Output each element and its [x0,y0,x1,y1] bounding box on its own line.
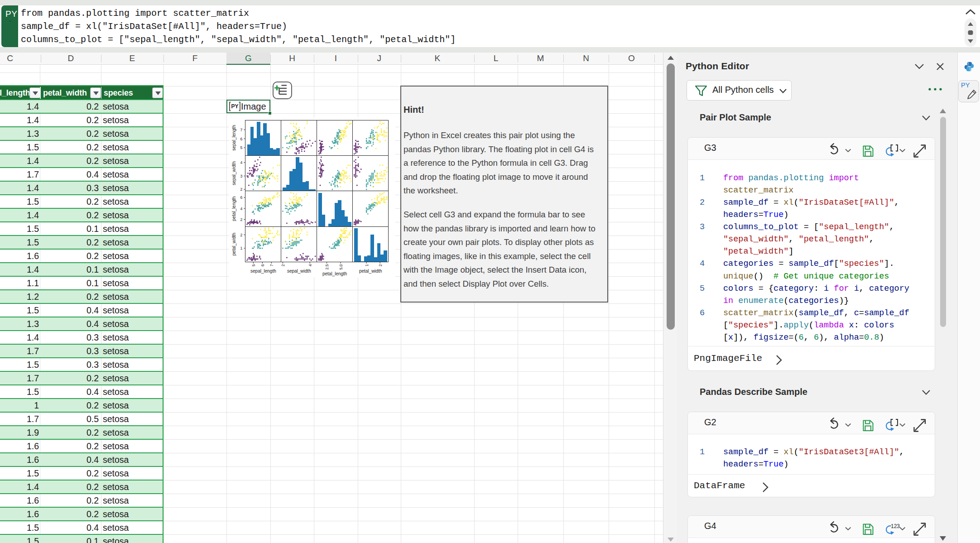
svg-text:4: 4 [240,207,243,211]
svg-text:4: 4 [308,264,312,266]
svg-text:2: 2 [240,233,243,237]
svg-text:7: 7 [269,264,274,266]
svg-text:petal_width: petal_width [231,233,236,256]
svg-text:4: 4 [240,160,243,165]
svg-text:123: 123 [891,523,900,529]
svg-text:2.5: 2.5 [325,264,329,269]
svg-text:2: 2 [240,187,243,192]
svg-text:PY: PY [231,103,239,110]
svg-text:1: 1 [365,264,369,266]
svg-text:2: 2 [281,264,285,266]
svg-text:6: 6 [240,195,243,200]
svg-text:petal_width: petal_width [359,269,382,274]
svg-text:2: 2 [378,264,383,266]
svg-text:1: 1 [240,246,243,250]
svg-text:6: 6 [240,137,243,141]
svg-text:5.0: 5.0 [339,264,343,269]
svg-text:2: 2 [240,217,243,222]
svg-text:petal_length: petal_length [231,197,236,221]
svg-text:7: 7 [240,128,243,132]
svg-text:sepal_length: sepal_length [250,269,276,274]
svg-text:petal_length: petal_length [322,271,347,276]
svg-text:5: 5 [251,264,256,266]
svg-text:sepal_length: sepal_length [231,125,236,151]
svg-text:sepal_width: sepal_width [287,269,311,274]
svg-text:3: 3 [240,174,243,178]
svg-text:6: 6 [260,264,265,266]
svg-text:sepal_width: sepal_width [231,161,236,185]
svg-text:5: 5 [240,145,243,150]
